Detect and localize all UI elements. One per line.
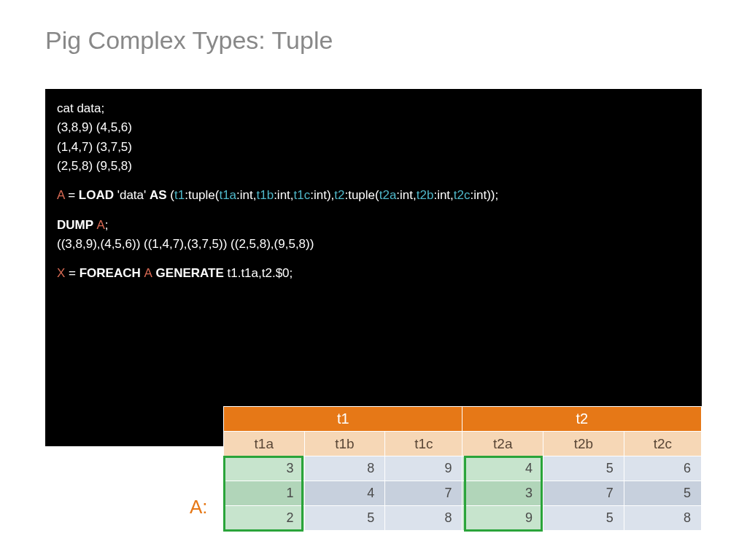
cell: 7 bbox=[543, 481, 624, 506]
cell: 4 bbox=[304, 481, 385, 506]
table-row: 2 5 8 9 5 8 bbox=[224, 506, 702, 531]
slide-title: Pig Complex Types: Tuple bbox=[45, 26, 333, 55]
cell: 8 bbox=[304, 456, 385, 481]
cell: 2 bbox=[224, 506, 305, 531]
code-line-foreach: X = FOREACH A GENERATE t1.t1a,t2.$0; bbox=[57, 264, 690, 283]
table-row: 1 4 7 3 7 5 bbox=[224, 481, 702, 506]
data-table: t1 t2 t1a t1b t1c t2a t2b t2c 3 8 9 4 5 … bbox=[223, 406, 702, 531]
cell: 3 bbox=[224, 456, 305, 481]
header-t1: t1 bbox=[224, 407, 462, 432]
table-row: 3 8 9 4 5 6 bbox=[224, 456, 702, 481]
subheader: t1c bbox=[385, 432, 462, 456]
cell: 8 bbox=[385, 506, 462, 531]
table-header-main: t1 t2 bbox=[224, 407, 702, 432]
table-label-a: A: bbox=[190, 496, 208, 518]
cell: 9 bbox=[462, 506, 543, 531]
code-line: ((3,8,9),(4,5,6)) ((1,4,7),(3,7,5)) ((2,… bbox=[57, 235, 690, 254]
cell: 9 bbox=[385, 456, 462, 481]
subheader: t2c bbox=[624, 432, 701, 456]
cell: 3 bbox=[462, 481, 543, 506]
cell: 4 bbox=[462, 456, 543, 481]
code-line-dump: DUMP A; bbox=[57, 216, 690, 235]
code-line: (2,5,8) (9,5,8) bbox=[57, 157, 690, 176]
cell: 5 bbox=[624, 481, 701, 506]
subheader: t2b bbox=[543, 432, 624, 456]
code-line: (3,8,9) (4,5,6) bbox=[57, 118, 690, 137]
cell: 5 bbox=[304, 506, 385, 531]
header-t2: t2 bbox=[462, 407, 702, 432]
cell: 7 bbox=[385, 481, 462, 506]
subheader: t1a bbox=[224, 432, 305, 456]
cell: 8 bbox=[624, 506, 701, 531]
cell: 1 bbox=[224, 481, 305, 506]
cell: 6 bbox=[624, 456, 701, 481]
subheader: t2a bbox=[462, 432, 543, 456]
cell: 5 bbox=[543, 506, 624, 531]
code-line-load: A = LOAD 'data' AS (t1:tuple(t1a:int,t1b… bbox=[57, 186, 690, 205]
cell: 5 bbox=[543, 456, 624, 481]
subheader: t1b bbox=[304, 432, 385, 456]
code-line: cat data; bbox=[57, 99, 690, 118]
table-header-sub: t1a t1b t1c t2a t2b t2c bbox=[224, 432, 702, 456]
code-line: (1,4,7) (3,7,5) bbox=[57, 138, 690, 157]
code-block: cat data; (3,8,9) (4,5,6) (1,4,7) (3,7,5… bbox=[45, 89, 702, 446]
